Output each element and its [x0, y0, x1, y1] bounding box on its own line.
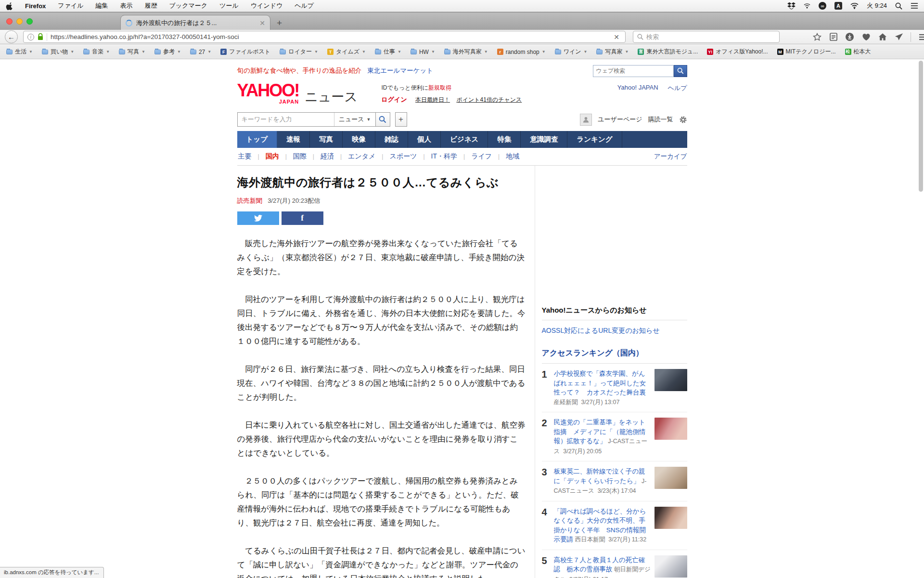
window-close-button[interactable]: [6, 18, 13, 25]
bookmark-item[interactable]: 音楽▼: [83, 48, 110, 56]
bookmark-item[interactable]: Tタイムズ▼: [327, 48, 366, 56]
home-icon[interactable]: [878, 32, 887, 41]
page-scrollbar[interactable]: [919, 61, 923, 576]
bookmark-item[interactable]: ワイン▼: [555, 48, 588, 56]
downloads-icon[interactable]: [845, 32, 854, 41]
menubar-item-history[interactable]: 履歴: [145, 1, 157, 10]
archive-link[interactable]: アーカイブ: [654, 152, 687, 161]
nav-tab-速報[interactable]: 速報: [277, 131, 310, 148]
scrollbar-thumb[interactable]: [919, 61, 923, 192]
nav-tab-ランキング[interactable]: ランキング: [567, 131, 622, 148]
page-info-icon[interactable]: i: [27, 34, 34, 40]
menubar-item-file[interactable]: ファイル: [58, 1, 83, 10]
bookmark-star-icon[interactable]: [812, 32, 821, 41]
bookmark-item[interactable]: 生活▼: [6, 48, 33, 56]
menubar-item-tools[interactable]: ツール: [219, 1, 239, 10]
pocket-heart-icon[interactable]: [861, 32, 871, 41]
yahoo-japan-link[interactable]: Yahoo! JAPAN: [617, 84, 658, 92]
nav-tab-個人[interactable]: 個人: [408, 131, 441, 148]
yahoo-search-button[interactable]: [376, 112, 390, 127]
article-source-link[interactable]: 読売新聞: [237, 197, 262, 204]
reading-list-icon[interactable]: [829, 32, 838, 41]
subnav-item-経済[interactable]: 経済: [320, 152, 335, 161]
subnav-item-スポーツ[interactable]: スポーツ: [388, 152, 418, 161]
add-tab-search-button[interactable]: +: [395, 112, 407, 127]
apple-logo-icon[interactable]: [6, 1, 13, 10]
subnav-item-エンタメ[interactable]: エンタメ: [347, 152, 376, 161]
https-lock-icon[interactable]: [38, 33, 43, 40]
facebook-share-button[interactable]: f: [282, 211, 323, 225]
nav-tab-トップ[interactable]: トップ: [237, 131, 278, 148]
subnav-item-IT・科学[interactable]: IT・科学: [430, 152, 458, 161]
bookmark-item[interactable]: 松松本大: [845, 48, 871, 56]
browser-search-field[interactable]: 検索: [633, 31, 780, 43]
new-tab-button[interactable]: +: [277, 18, 282, 27]
bookmark-item[interactable]: 買い物▼: [42, 48, 74, 56]
subnav-item-国内[interactable]: 国内: [265, 152, 280, 161]
bookmark-item[interactable]: Fファイルポスト: [220, 48, 270, 56]
keyword-search-input[interactable]: キーワードを入力 ニュース▼: [237, 112, 376, 127]
user-avatar-icon[interactable]: [580, 114, 592, 126]
ranking-link[interactable]: 板東英二、新幹線で泣く子の親に「デッキくらい行ったら」: [554, 468, 645, 485]
bookmark-item[interactable]: 27▼: [190, 49, 211, 55]
id-register-link[interactable]: 新規取得: [428, 84, 451, 91]
campaign-link-2[interactable]: ポイント41倍のチャンス: [456, 96, 522, 103]
bookmark-item[interactable]: MMITテクノロジー...: [777, 48, 836, 56]
bookmark-item[interactable]: 仕事▼: [375, 48, 401, 56]
menubar-item-bookmarks[interactable]: ブックマーク: [169, 1, 208, 10]
settings-gear-icon[interactable]: [679, 116, 687, 124]
nav-tab-写真[interactable]: 写真: [310, 131, 343, 148]
user-page-link[interactable]: ユーザーページ: [598, 115, 642, 124]
subnav-item-ライフ[interactable]: ライフ: [470, 152, 493, 161]
notice-link[interactable]: AOSSL対応によるURL変更のお知らせ: [542, 327, 687, 335]
menubar-item-window[interactable]: ウインドウ: [251, 1, 283, 10]
menu-hamburger-icon[interactable]: [918, 32, 924, 41]
stop-loading-icon[interactable]: ✕: [612, 33, 621, 41]
bookmark-item[interactable]: 写真家▼: [596, 48, 629, 56]
ranking-thumbnail[interactable]: [654, 467, 687, 489]
spotlight-search-icon[interactable]: [895, 1, 902, 10]
window-zoom-button[interactable]: [26, 18, 33, 25]
service-name[interactable]: ニュース: [305, 91, 358, 105]
ranking-thumbnail[interactable]: [654, 369, 687, 391]
nav-tab-映像[interactable]: 映像: [343, 131, 375, 148]
help-link[interactable]: ヘルプ: [668, 84, 687, 92]
window-minimize-button[interactable]: [16, 18, 23, 25]
subscription-list-link[interactable]: 購読一覧: [648, 115, 673, 124]
web-search-input[interactable]: [593, 65, 674, 77]
bookmark-item[interactable]: 海外写真家▼: [444, 48, 488, 56]
menubar-item-view[interactable]: 表示: [120, 1, 133, 10]
dropbox-icon[interactable]: [787, 1, 796, 10]
menubar-app-name[interactable]: Firefox: [25, 2, 46, 10]
menubar-item-help[interactable]: ヘルプ: [295, 1, 314, 10]
web-search-button[interactable]: [674, 65, 687, 77]
wifi-icon[interactable]: [850, 1, 859, 10]
ranking-link[interactable]: 小学校視察で「森友学園、がんばれェェェ！」って絶叫した女性って？ カオスだった舞…: [554, 370, 646, 396]
bookmark-item[interactable]: 言東外大言語モジュ...: [638, 48, 698, 56]
nav-tab-雑誌[interactable]: 雑誌: [375, 131, 408, 148]
bookmark-item[interactable]: 写真▼: [119, 48, 145, 56]
url-text[interactable]: https://headlines.yahoo.co.jp/hl?a=20170…: [51, 33, 608, 40]
bookmark-item[interactable]: HW▼: [411, 49, 435, 55]
url-bar[interactable]: i https://headlines.yahoo.co.jp/hl?a=201…: [23, 31, 626, 43]
nav-tab-意識調査[interactable]: 意識調査: [521, 131, 567, 148]
twitter-share-button[interactable]: [237, 211, 279, 225]
ranking-thumbnail[interactable]: [654, 555, 687, 578]
search-category-dropdown[interactable]: ニュース▼: [334, 113, 375, 126]
ranking-thumbnail[interactable]: [654, 418, 687, 440]
login-link[interactable]: ログイン: [382, 96, 407, 103]
browser-tab[interactable]: 海外渡航中の旅行者は２５... ✕: [120, 15, 270, 30]
subnav-item-主要[interactable]: 主要: [237, 152, 253, 161]
promo-link[interactable]: 東北エールマーケット: [367, 66, 433, 75]
nav-tab-特集[interactable]: 特集: [488, 131, 521, 148]
creative-cloud-icon[interactable]: ∞: [819, 2, 826, 10]
bookmark-item[interactable]: ロイター▼: [280, 48, 318, 56]
yahoo-logo[interactable]: YAHOO! JAPAN: [237, 83, 299, 105]
notification-center-icon[interactable]: [911, 1, 918, 10]
bookmark-item[interactable]: 参考▼: [154, 48, 181, 56]
share-icon[interactable]: [894, 32, 903, 41]
bookmark-item[interactable]: Y!オフィス版Yahoo!...: [707, 48, 768, 56]
input-source-icon[interactable]: A: [834, 2, 842, 10]
wifi-small-icon[interactable]: [804, 1, 810, 10]
menubar-clock[interactable]: 火 9:24: [867, 1, 887, 10]
